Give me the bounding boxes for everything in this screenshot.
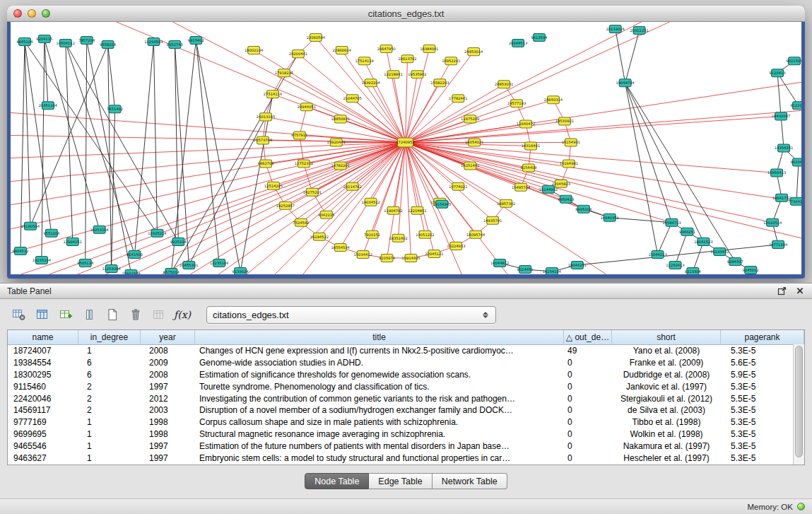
graph-node[interactable]: 11204503	[144, 38, 163, 46]
graph-node[interactable]: 15034412	[353, 250, 372, 258]
graph-node[interactable]: 19252857	[276, 201, 295, 209]
column-header-title[interactable]: title	[195, 330, 564, 344]
column-header-short[interactable]: short	[612, 330, 721, 344]
column-header-year[interactable]: year	[141, 330, 195, 344]
graph-node[interactable]: 19034512	[361, 198, 379, 206]
table-row[interactable]: 1872400712008Changes of HCN gene express…	[8, 345, 804, 357]
graph-node[interactable]: 10455301	[180, 261, 198, 269]
graph-node[interactable]: 25601504	[122, 269, 141, 274]
function-builder-icon[interactable]: ƒ(x)	[173, 305, 192, 324]
graph-node[interactable]: 9213304	[685, 267, 702, 274]
graph-node[interactable]: 24850314	[544, 96, 563, 104]
graph-node[interactable]: 18530921	[555, 117, 574, 125]
graph-node[interactable]: 18054021	[465, 139, 483, 146]
column-header-in_degree[interactable]: in_degree	[78, 330, 141, 344]
graph-node[interactable]: 9133024	[233, 267, 249, 274]
graph-node[interactable]: 9413504	[531, 34, 548, 42]
new-file-icon[interactable]	[103, 305, 122, 324]
graph-node[interactable]: 16584713	[662, 218, 681, 226]
graph-node[interactable]: 17514119	[355, 57, 373, 65]
graph-node[interactable]: 24853031	[495, 81, 513, 88]
graph-node[interactable]: 9633412	[790, 158, 801, 166]
graph-node[interactable]: 25160504	[21, 222, 40, 230]
graph-node[interactable]: 13305214	[148, 229, 167, 237]
graph-node[interactable]: 12235104	[210, 259, 229, 267]
column-header-pagerank[interactable]: pagerank	[721, 330, 804, 344]
graph-node[interactable]: 17782441	[449, 95, 467, 103]
graph-node[interactable]: 18384041	[420, 45, 438, 53]
graph-node[interactable]: 9044251	[679, 228, 695, 235]
graph-node[interactable]: 15950413	[767, 169, 786, 177]
graph-node[interactable]: 12752312	[295, 160, 313, 168]
graph-node[interactable]: 13914405	[401, 254, 420, 262]
graph-node[interactable]: 12010514	[763, 218, 782, 226]
table-row[interactable]: 911546021997Tourette syndrome. Phenomeno…	[8, 380, 804, 392]
graph-node[interactable]: 19648794	[616, 79, 635, 87]
show-columns-icon[interactable]	[33, 305, 52, 324]
table-row[interactable]: 946362711997Embryonic stem cells: a mode…	[8, 452, 804, 464]
window-titlebar[interactable]: citations_edges.txt	[7, 6, 805, 22]
table-row[interactable]: 977716911998Corpus callosum shape and si…	[8, 416, 804, 428]
graph-node[interactable]: 15144902	[539, 185, 558, 193]
graph-node[interactable]: 16392204	[361, 79, 380, 87]
graph-node[interactable]: 19577103	[507, 100, 526, 107]
graph-node[interactable]: 9154409	[521, 164, 537, 172]
graph-node[interactable]: 16857302	[497, 199, 515, 207]
graph-node[interactable]: 7524542	[293, 218, 309, 226]
graph-node[interactable]: 20573706	[254, 136, 272, 144]
graph-node[interactable]: 8804512	[12, 247, 28, 255]
graph-node[interactable]: 9950413	[558, 195, 574, 203]
graph-node[interactable]: 16044812	[490, 259, 509, 267]
graph-node[interactable]: 20351104	[39, 102, 58, 110]
graph-node[interactable]: 9342215	[318, 211, 334, 218]
graph-node[interactable]: 11640472	[517, 120, 535, 128]
graph-node[interactable]: 10254104	[543, 267, 562, 274]
graph-node[interactable]: 15154901	[562, 139, 580, 146]
graph-node[interactable]: 26013105	[257, 113, 275, 121]
graph-node[interactable]: 14782201	[331, 162, 350, 170]
table-row[interactable]: 969969511998Structural magnetic resonanc…	[8, 428, 804, 440]
memory-status-indicator[interactable]	[797, 503, 805, 510]
graph-node[interactable]: 8757911	[291, 132, 307, 139]
graph-node[interactable]: 7910152	[364, 230, 380, 238]
graph-node[interactable]: 9021504	[787, 57, 801, 65]
tab-edge-table[interactable]: Edge Table	[369, 473, 432, 489]
graph-node[interactable]: 9551204	[43, 229, 60, 237]
table-row[interactable]: 1830029562008Estimation of significance …	[8, 369, 804, 381]
graph-node[interactable]: 8645104	[16, 38, 33, 46]
graph-node[interactable]: 18002104	[245, 47, 264, 54]
graph-node[interactable]: 7730415	[788, 197, 801, 205]
graph-node[interactable]: 12514205	[264, 182, 283, 189]
graph-node[interactable]: 11250413	[666, 261, 684, 269]
graph-node[interactable]: 20312251	[630, 27, 648, 35]
graph-node[interactable]: 16647950	[377, 45, 395, 53]
graph-node[interactable]: 10164981	[560, 160, 578, 168]
graph-node[interactable]: 8052743	[167, 41, 183, 49]
graph-node[interactable]: 8995104	[575, 205, 592, 213]
graph-node[interactable]: 9024451	[517, 265, 534, 273]
column-header-name[interactable]: name	[8, 330, 78, 344]
graph-node[interactable]: 8575014	[163, 268, 180, 274]
graph-node[interactable]: 9120413	[770, 69, 786, 77]
graph-node[interactable]: 18432007	[772, 112, 790, 120]
graph-node[interactable]: 21044705	[343, 95, 362, 103]
rows-icon[interactable]	[80, 305, 98, 324]
graph-node[interactable]: 9925104	[170, 238, 187, 245]
graph-node[interactable]: 7651402	[107, 105, 123, 113]
edit-table-icon[interactable]	[57, 305, 75, 324]
graph-node[interactable]: 9105674	[379, 254, 396, 262]
tab-network-table[interactable]: Network Table	[433, 473, 507, 489]
graph-node[interactable]: 18351402	[389, 234, 407, 242]
graph-node[interactable]: 26044513	[509, 40, 527, 47]
table-row[interactable]: 1938455462009Genome-wide association stu…	[8, 357, 804, 369]
graph-node[interactable]: 18044251	[568, 261, 587, 269]
graph-node[interactable]: 24853014	[464, 48, 483, 56]
vertical-scrollbar[interactable]	[793, 344, 804, 465]
graph-node[interactable]: 16952201	[442, 57, 460, 65]
graph-node[interactable]: 7857204	[78, 37, 95, 45]
graph-node[interactable]: 15495704	[512, 183, 531, 191]
graph-node[interactable]: 16771304	[769, 240, 788, 248]
table-row[interactable]: 946554611997Estimation of the future num…	[8, 440, 804, 452]
close-panel-icon[interactable]: ✕	[795, 286, 805, 296]
network-canvas[interactable]: 1724095118054021162514411077402115034945…	[11, 22, 801, 274]
